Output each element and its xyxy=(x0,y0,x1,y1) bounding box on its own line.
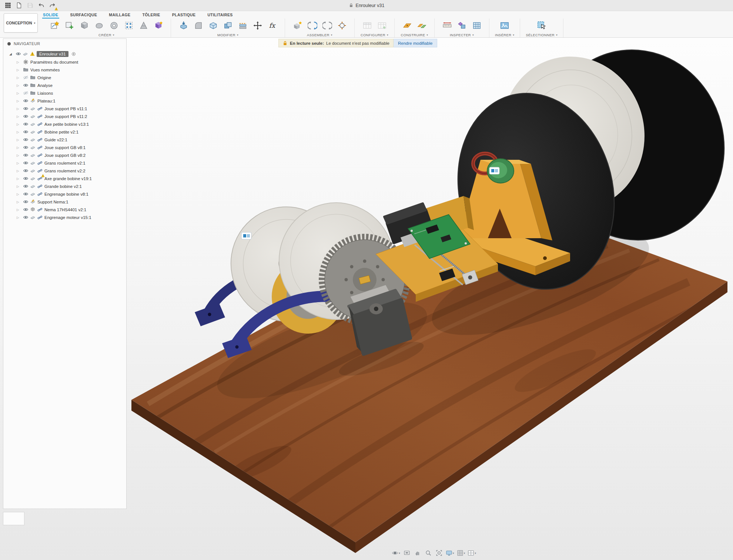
visibility-toggle[interactable] xyxy=(22,145,29,150)
tab-surfacique[interactable]: SURFACIQUE xyxy=(70,11,98,18)
visibility-toggle[interactable] xyxy=(22,98,29,104)
combine-button[interactable] xyxy=(221,19,235,32)
tree-item-liaisons[interactable]: ▷Liaisons xyxy=(3,89,126,97)
shell-button[interactable] xyxy=(206,19,220,32)
expand-arrow[interactable]: ▷ xyxy=(17,169,22,173)
section-analysis-button[interactable] xyxy=(470,19,483,32)
expand-arrow[interactable]: ▷ xyxy=(17,161,22,165)
tree-item-axe-grande-bobine-v19-1[interactable]: ▷Axe grande bobine v19:1 xyxy=(3,175,126,182)
joint-indicator[interactable] xyxy=(241,232,251,239)
tree-item-axe-petite-bobine-v13-1[interactable]: ▷Axe petite bobine v13:1 xyxy=(3,120,126,128)
insert-canvas-button[interactable] xyxy=(498,19,512,32)
group-label-ins-rer[interactable]: INSÉRER▾ xyxy=(495,33,514,37)
visibility-toggle[interactable] xyxy=(22,152,29,158)
fit-button[interactable] xyxy=(434,549,444,557)
tree-item-grans-roulement-v2-2[interactable]: ▷Grans roulement v2:2 xyxy=(3,167,126,175)
sculpt-button[interactable] xyxy=(92,19,106,32)
tab-plastique[interactable]: PLASTIQUE xyxy=(171,11,197,18)
expand-arrow[interactable]: ▷ xyxy=(17,154,22,157)
configuration-table-button[interactable] xyxy=(360,19,374,32)
visibility-toggle[interactable] xyxy=(22,75,29,80)
expand-arrow[interactable]: ▷ xyxy=(17,99,22,103)
workspace-switcher[interactable]: CONCEPTION ▾ xyxy=(4,13,38,33)
visibility-toggle[interactable] xyxy=(22,191,29,197)
tree-item-analyse[interactable]: ▷Analyse xyxy=(3,81,126,89)
visibility-toggle[interactable] xyxy=(22,215,29,220)
undo-button[interactable] xyxy=(36,1,46,10)
expand-arrow[interactable]: ▷ xyxy=(17,84,22,87)
visibility-toggle[interactable] xyxy=(22,207,29,212)
tree-item-guide-v22-1[interactable]: ▷Guide v22:1 xyxy=(3,136,126,144)
tab-maillage[interactable]: MAILLAGE xyxy=(108,11,131,18)
tree-item-nema-17hs4401-v2-1[interactable]: ▷Nema 17HS4401 v2:1 xyxy=(3,206,126,213)
visibility-toggle[interactable] xyxy=(22,90,29,96)
joint-button[interactable] xyxy=(305,19,319,32)
display-settings-button[interactable]: ▾ xyxy=(445,549,455,557)
move-button[interactable] xyxy=(251,19,264,32)
expand-arrow[interactable]: ▷ xyxy=(17,208,22,212)
tree-item-joue-support-gb-v8-2[interactable]: ▷Joue support GB v8:2 xyxy=(3,151,126,159)
group-label-assembler[interactable]: ASSEMBLER▾ xyxy=(307,33,332,37)
expand-arrow[interactable]: ▷ xyxy=(17,107,22,111)
file-button[interactable] xyxy=(14,1,24,10)
capture-position-button[interactable] xyxy=(335,19,349,32)
visibility-toggle[interactable] xyxy=(22,82,29,88)
save-button[interactable] xyxy=(25,1,35,10)
tree-item-engrenage-bobine-v8-1[interactable]: ▷Engrenage bobine v8:1 xyxy=(3,190,126,198)
make-editable-link[interactable]: Rendre modifiable xyxy=(394,39,437,47)
look-at-button[interactable] xyxy=(402,549,412,557)
insert-configuration-button[interactable] xyxy=(375,19,389,32)
viewports-button[interactable]: ▾ xyxy=(467,549,477,557)
tree-item-support-nema-1[interactable]: ▷Support Nema:1 xyxy=(3,198,126,206)
grid-menu-button[interactable] xyxy=(3,1,13,10)
visibility-toggle[interactable] xyxy=(22,106,29,111)
fillet-button[interactable] xyxy=(191,19,205,32)
visibility-toggle[interactable] xyxy=(22,121,29,127)
revolve-button[interactable] xyxy=(107,19,121,32)
visibility-toggle[interactable] xyxy=(22,114,29,119)
offset-plane-button[interactable] xyxy=(400,19,414,32)
tree-item-joue-support-pb-v11-1[interactable]: ▷Joue support PB v11:1 xyxy=(3,105,126,112)
expand-arrow[interactable]: ▷ xyxy=(17,192,22,196)
expand-arrow[interactable]: ◢ xyxy=(9,52,15,56)
expand-arrow[interactable]: ▷ xyxy=(17,146,22,149)
activate-radio-icon[interactable] xyxy=(70,51,77,57)
loft-button[interactable] xyxy=(137,19,150,32)
orbit-button[interactable]: ▾ xyxy=(391,549,401,557)
visibility-toggle[interactable] xyxy=(22,137,29,142)
tab-solide[interactable]: SOLIDE xyxy=(42,11,59,18)
group-label-construire[interactable]: CONSTRUIRE▾ xyxy=(401,33,428,37)
joint-indicator[interactable] xyxy=(489,167,499,174)
select-tool-button[interactable] xyxy=(535,19,549,32)
expand-arrow[interactable]: ▷ xyxy=(17,177,22,181)
tab-utilitaires[interactable]: UTILITAIRES xyxy=(207,11,233,18)
measure-button[interactable] xyxy=(440,19,454,32)
tree-item-param-tres-du-document[interactable]: ▷Paramètres du document xyxy=(3,58,126,66)
tree-item-vues-nomm-es[interactable]: ▷Vues nommées xyxy=(3,66,126,74)
group-label-inspecter[interactable]: INSPECTER▾ xyxy=(450,33,474,37)
as-built-joint-button[interactable] xyxy=(320,19,334,32)
group-label-modifier[interactable]: MODIFIER▾ xyxy=(217,33,238,37)
tree-item-origine[interactable]: ▷Origine xyxy=(3,74,126,81)
expand-arrow[interactable]: ▷ xyxy=(17,76,22,80)
expand-arrow[interactable]: ▷ xyxy=(17,130,22,134)
new-sketch-button[interactable] xyxy=(48,19,61,32)
tree-item-engrenage-moteur-v15-1[interactable]: ▷Engrenage moteur v15:1 xyxy=(3,213,126,221)
group-label-configurer[interactable]: CONFIGURER▾ xyxy=(361,33,388,37)
tree-root-enrouleur-v31[interactable]: ◢Enrouleur v31 xyxy=(3,50,126,58)
visibility-toggle[interactable] xyxy=(22,160,29,166)
group-label-s-lectionner[interactable]: SÉLECTIONNER▾ xyxy=(526,33,558,37)
visibility-toggle[interactable] xyxy=(22,183,29,189)
visibility-toggle[interactable] xyxy=(22,176,29,181)
pattern-button[interactable] xyxy=(122,19,135,32)
expand-arrow[interactable]: ▷ xyxy=(17,68,22,72)
create-form-button[interactable] xyxy=(151,19,165,32)
expand-arrow[interactable]: ▷ xyxy=(17,216,22,219)
expand-arrow[interactable]: ▷ xyxy=(17,185,22,188)
redo-button[interactable] xyxy=(47,1,57,10)
expand-arrow[interactable]: ▷ xyxy=(17,115,22,118)
tree-item-joue-support-gb-v8-1[interactable]: ▷Joue support GB v8:1 xyxy=(3,144,126,151)
press-pull-button[interactable] xyxy=(177,19,190,32)
zoom-button[interactable] xyxy=(424,549,433,557)
expand-arrow[interactable]: ▷ xyxy=(17,60,22,64)
